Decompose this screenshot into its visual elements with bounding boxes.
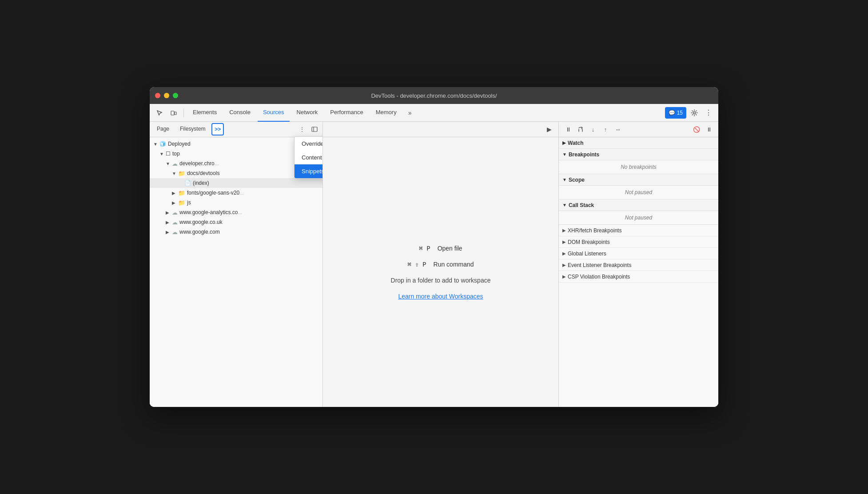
folder-icon-1: 📁 xyxy=(178,170,185,177)
tree-item-js[interactable]: ▶ 📁 js xyxy=(150,198,323,207)
section-header-breakpoints[interactable]: ▼ Breakpoints xyxy=(559,149,718,160)
dropdown-item-snippets[interactable]: Snippets xyxy=(295,164,323,178)
sources-tabs: Page Filesystem >> Overrides Co xyxy=(150,122,323,137)
source-more-button[interactable]: >> xyxy=(211,123,224,135)
center-panel: ▶ ⌘ P Open file ⌘ ⇧ P Run command Drop i… xyxy=(323,122,558,407)
section-content-breakpoints: No breakpoints xyxy=(559,160,718,174)
cloud-icon-2: ☁ xyxy=(172,209,178,216)
shortcut-key-1: ⌘ P xyxy=(419,245,430,252)
step-over-button[interactable] xyxy=(575,124,586,135)
more-tabs-button[interactable]: » xyxy=(404,107,416,119)
notification-button[interactable]: 💬 15 xyxy=(665,107,686,119)
toolbar-divider-1 xyxy=(183,108,184,117)
section-header-call-stack[interactable]: ▼ Call Stack xyxy=(559,199,718,211)
svg-rect-3 xyxy=(312,127,317,131)
cloud-icon-4: ☁ xyxy=(172,229,178,235)
square-icon: ☐ xyxy=(166,151,171,157)
sync-button[interactable]: ⋮ xyxy=(297,124,307,135)
tab-sources[interactable]: Sources xyxy=(258,104,290,122)
resume-script-button[interactable]: ▶ xyxy=(543,124,555,135)
tree-item-google-co-uk[interactable]: ▶ ☁ www.google.co.uk xyxy=(150,217,323,227)
source-tab-filesystem[interactable]: Filesystem xyxy=(175,122,210,137)
section-content-scope: Not paused xyxy=(559,186,718,199)
devtools-window: DevTools - developer.chrome.com/docs/dev… xyxy=(150,87,718,407)
svg-point-2 xyxy=(693,112,696,114)
folder-icon-3: 📁 xyxy=(178,199,185,206)
cloud-icon-3: ☁ xyxy=(172,219,178,226)
file-icon-1: 📄 xyxy=(184,180,191,186)
tab-performance[interactable]: Performance xyxy=(325,104,368,122)
minimize-button[interactable] xyxy=(164,93,169,98)
tab-network[interactable]: Network xyxy=(291,104,323,122)
close-button[interactable] xyxy=(155,93,160,98)
source-tab-page[interactable]: Page xyxy=(152,122,174,137)
folder-icon-2: 📁 xyxy=(178,190,185,196)
tree-item-google-com[interactable]: ▶ ☁ www.google.com xyxy=(150,227,323,237)
dropdown-menu: Overrides Content scripts Snippets xyxy=(294,136,323,179)
section-item-csp-violation[interactable]: ▶ CSP Violation Breakpoints xyxy=(559,271,718,283)
right-toolbar: ⏸ ↓ ↑ xyxy=(559,122,718,137)
window-title: DevTools - developer.chrome.com/docs/dev… xyxy=(371,92,497,99)
maximize-button[interactable] xyxy=(173,93,178,98)
right-panel-content: ▶ Watch ▼ Breakpoints No breakpoints ▼ xyxy=(559,137,718,407)
center-content: ⌘ P Open file ⌘ ⇧ P Run command Drop in … xyxy=(323,137,558,407)
top-toolbar-right: 💬 15 ⋮ xyxy=(665,107,715,119)
tab-elements[interactable]: Elements xyxy=(187,104,222,122)
notification-icon: 💬 xyxy=(669,110,675,116)
center-toolbar: ▶ xyxy=(323,122,558,137)
section-item-event-listener[interactable]: ▶ Event Listener Breakpoints xyxy=(559,259,718,271)
step-out-button[interactable]: ↑ xyxy=(600,124,611,135)
step-into-button[interactable]: ↓ xyxy=(587,124,599,135)
left-panel: Page Filesystem >> Overrides Co xyxy=(150,122,323,407)
section-item-xhr-fetch[interactable]: ▶ XHR/fetch Breakpoints xyxy=(559,225,718,236)
tab-memory[interactable]: Memory xyxy=(370,104,402,122)
tree-item-google-analytics[interactable]: ▶ ☁ www.google-analytics.co... xyxy=(150,207,323,217)
step-button[interactable]: ↔ xyxy=(612,124,624,135)
section-content-call-stack: Not paused xyxy=(559,211,718,225)
sources-tabs-icons: ⋮ xyxy=(297,124,320,135)
workspace-link[interactable]: Learn more about Workspaces xyxy=(398,293,483,300)
shortcut-label-2: Run command xyxy=(434,261,474,268)
svg-rect-0 xyxy=(171,111,174,115)
cube-icon: 🧊 xyxy=(159,141,166,147)
hide-navigator-button[interactable] xyxy=(309,124,320,135)
section-header-scope[interactable]: ▼ Scope xyxy=(559,174,718,186)
deactivate-breakpoints-button[interactable]: 🚫 xyxy=(691,124,702,135)
title-bar: DevTools - developer.chrome.com/docs/dev… xyxy=(150,87,718,104)
inspect-element-button[interactable] xyxy=(153,107,166,119)
tree-item-index[interactable]: 📄 (index) xyxy=(150,178,323,188)
dont-pause-exceptions-button[interactable]: ⏸ xyxy=(703,124,715,135)
settings-button[interactable] xyxy=(688,107,701,119)
top-toolbar: Elements Console Sources Network Perform… xyxy=(150,104,718,122)
traffic-lights xyxy=(155,93,178,98)
section-item-dom-breakpoints[interactable]: ▶ DOM Breakpoints xyxy=(559,236,718,248)
dropdown-item-overrides[interactable]: Overrides xyxy=(295,137,323,151)
section-header-watch[interactable]: ▶ Watch xyxy=(559,137,718,149)
notification-count: 15 xyxy=(677,110,683,116)
tab-console[interactable]: Console xyxy=(224,104,256,122)
pause-resume-button[interactable]: ⏸ xyxy=(562,124,574,135)
shortcut-open-file: ⌘ P Open file xyxy=(419,245,462,252)
svg-rect-1 xyxy=(175,112,176,115)
shortcut-label-1: Open file xyxy=(438,245,462,252)
cloud-icon-1: ☁ xyxy=(172,160,178,167)
customize-button[interactable]: ⋮ xyxy=(702,107,715,119)
section-item-global-listeners[interactable]: ▶ Global Listeners xyxy=(559,248,718,259)
devtools-body: Elements Console Sources Network Perform… xyxy=(150,104,718,407)
shortcut-run-command: ⌘ ⇧ P Run command xyxy=(407,261,474,268)
dropdown-item-content-scripts[interactable]: Content scripts xyxy=(295,151,323,164)
shortcut-key-2: ⌘ ⇧ P xyxy=(407,261,426,268)
tree-item-fonts[interactable]: ▶ 📁 fonts/google-sans-v20... xyxy=(150,188,323,198)
device-toolbar-button[interactable] xyxy=(167,107,180,119)
drop-text: Drop in a folder to add to workspace xyxy=(391,277,491,284)
right-panel: ⏸ ↓ ↑ xyxy=(558,122,718,407)
main-content: Page Filesystem >> Overrides Co xyxy=(150,122,718,407)
